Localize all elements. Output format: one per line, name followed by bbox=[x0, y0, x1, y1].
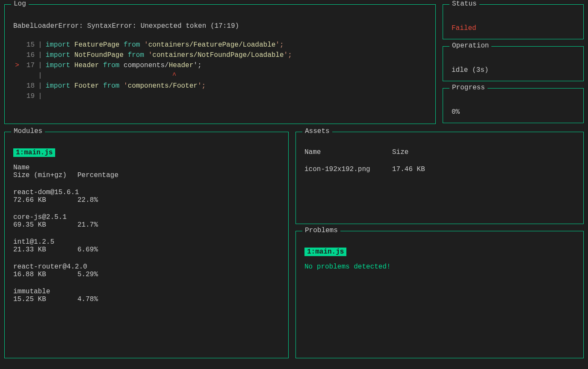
module-name: immutable bbox=[13, 288, 280, 295]
status-panel-title: Status bbox=[449, 0, 479, 8]
module-size: 69.35 KB bbox=[13, 221, 77, 229]
error-caret: ^ bbox=[49, 71, 177, 81]
log-panel: Log BabelLoaderError: SyntaxError: Unexp… bbox=[4, 4, 436, 124]
code-caret-line: | ^ bbox=[13, 71, 427, 81]
module-name: react-dom@15.6.1 bbox=[13, 189, 280, 196]
line-separator: | bbox=[38, 91, 42, 101]
asset-size: 17.46 KB bbox=[392, 165, 425, 173]
line-number: 15 bbox=[21, 40, 35, 50]
code-content: import Header from components/Header'; bbox=[46, 60, 202, 71]
module-percentage: 4.78% bbox=[77, 295, 98, 303]
code-line: > 17 | import Header from components/Hea… bbox=[13, 60, 427, 71]
module-name: intl@1.2.5 bbox=[13, 238, 280, 246]
module-percentage: 6.69% bbox=[77, 246, 98, 254]
module-percentage: 21.7% bbox=[77, 221, 98, 229]
line-separator: | bbox=[38, 71, 42, 81]
module-row: react-dom@15.6.1 72.66 KB 22.8% bbox=[13, 189, 280, 204]
module-size: 21.33 KB bbox=[13, 246, 77, 254]
module-name: core-js@2.5.1 bbox=[13, 213, 280, 221]
module-size: 16.88 KB bbox=[13, 271, 77, 278]
module-percentage: 5.29% bbox=[77, 271, 98, 278]
code-line: 18 | import Footer from 'components/Foot… bbox=[13, 81, 427, 91]
modules-panel-title: Modules bbox=[11, 127, 45, 135]
modules-panel: Modules 1:main.js Name Size (min+gz) Per… bbox=[4, 132, 289, 358]
modules-header-percentage: Percentage bbox=[77, 171, 118, 179]
code-line: 19 | bbox=[13, 91, 427, 101]
line-marker: > bbox=[13, 60, 21, 71]
log-content: BabelLoaderError: SyntaxError: Unexpecte… bbox=[13, 13, 427, 101]
module-percentage: 22.8% bbox=[77, 196, 98, 204]
line-separator: | bbox=[38, 60, 42, 71]
problems-badge[interactable]: 1:main.js bbox=[304, 248, 346, 256]
modules-header-name: Name bbox=[13, 164, 280, 171]
asset-row: icon-192x192.png 17.46 KB bbox=[304, 165, 575, 173]
modules-header-size: Size (min+gz) bbox=[13, 171, 77, 179]
code-content: import FeaturePage from 'containers/Feat… bbox=[46, 40, 284, 50]
module-row: core-js@2.5.1 69.35 KB 21.7% bbox=[13, 213, 280, 229]
module-row: immutable 15.25 KB 4.78% bbox=[13, 288, 280, 303]
module-size: 72.66 KB bbox=[13, 196, 77, 204]
assets-panel-title: Assets bbox=[302, 127, 332, 135]
assets-header-size: Size bbox=[392, 148, 408, 156]
modules-header: Name Size (min+gz) Percentage bbox=[13, 164, 280, 179]
progress-value: 0% bbox=[452, 97, 575, 116]
problems-panel: Problems 1:main.js No problems detected! bbox=[295, 231, 584, 358]
operation-value: idle (3s) bbox=[452, 55, 575, 74]
progress-panel-title: Progress bbox=[449, 84, 488, 92]
module-size: 15.25 KB bbox=[13, 295, 77, 303]
code-line: 15 | import FeaturePage from 'containers… bbox=[13, 40, 427, 50]
line-number: 18 bbox=[21, 81, 35, 91]
code-content: import NotFoundPage from 'containers/Not… bbox=[46, 50, 292, 60]
status-panel: Status Failed bbox=[443, 4, 584, 39]
modules-badge[interactable]: 1:main.js bbox=[13, 148, 55, 157]
problems-panel-title: Problems bbox=[302, 227, 340, 234]
log-error-message: BabelLoaderError: SyntaxError: Unexpecte… bbox=[13, 21, 427, 31]
line-number: 17 bbox=[21, 60, 35, 71]
line-number: 16 bbox=[21, 50, 35, 60]
line-separator: | bbox=[38, 81, 42, 91]
line-separator: | bbox=[38, 40, 42, 50]
operation-panel-title: Operation bbox=[449, 42, 491, 50]
assets-panel: Assets Name Size icon-192x192.png 17.46 … bbox=[295, 132, 584, 224]
asset-name: icon-192x192.png bbox=[304, 165, 392, 173]
problems-message: No problems detected! bbox=[304, 263, 575, 271]
line-number: 19 bbox=[21, 91, 35, 101]
operation-panel: Operation idle (3s) bbox=[443, 46, 584, 81]
line-separator: | bbox=[38, 50, 42, 60]
assets-header-name: Name bbox=[304, 148, 392, 156]
progress-panel: Progress 0% bbox=[443, 88, 584, 123]
log-panel-title: Log bbox=[11, 0, 29, 8]
code-line: 16 | import NotFoundPage from 'container… bbox=[13, 50, 427, 60]
status-value: Failed bbox=[452, 13, 575, 32]
module-row: react-router@4.2.0 16.88 KB 5.29% bbox=[13, 263, 280, 278]
module-row: intl@1.2.5 21.33 KB 6.69% bbox=[13, 238, 280, 254]
assets-header: Name Size bbox=[304, 148, 575, 156]
module-name: react-router@4.2.0 bbox=[13, 263, 280, 271]
code-content: import Footer from 'components/Footer'; bbox=[46, 81, 206, 91]
